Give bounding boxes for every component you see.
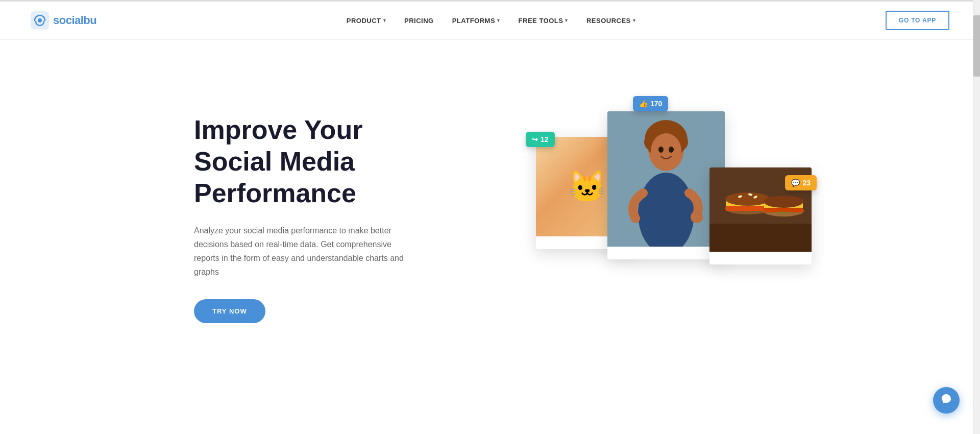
resources-chevron-icon: ▾ (633, 18, 636, 23)
nav-pricing[interactable]: PRICING (404, 17, 434, 25)
photo-card-person (607, 111, 725, 259)
go-to-app-button[interactable]: GO TO APP (886, 11, 949, 30)
hero-content: Improve Your Social Media Performance An… (194, 114, 459, 324)
share-badge: ↪ 12 (526, 132, 555, 147)
svg-rect-15 (709, 224, 812, 252)
chat-button[interactable] (933, 387, 960, 414)
nav-platforms[interactable]: PLATFORMS ▾ (452, 17, 500, 25)
nav-free-tools[interactable]: FREE TOOLS ▾ (519, 17, 568, 25)
svg-point-13 (669, 147, 674, 153)
share-count: 12 (541, 135, 549, 143)
svg-point-20 (725, 192, 770, 206)
svg-point-9 (651, 133, 681, 169)
try-now-button[interactable]: TRY NOW (194, 299, 265, 323)
svg-point-11 (691, 211, 703, 223)
hero-section: Improve Your Social Media Performance An… (133, 40, 847, 397)
like-badge: 👍 170 (633, 96, 668, 111)
comment-icon: 💬 (791, 179, 800, 187)
socialbu-logo-icon (31, 11, 49, 30)
svg-point-1 (38, 18, 42, 22)
hero-images: 👍 170 ↪ 12 💬 23 🐱 (521, 96, 817, 341)
main-nav: PRODUCT ▾ PRICING PLATFORMS ▾ FREE TOOLS… (347, 17, 636, 25)
like-count: 170 (650, 100, 662, 108)
hero-title: Improve Your Social Media Performance (194, 114, 459, 209)
share-icon: ↪ (532, 135, 538, 143)
hero-description: Analyze your social media performance to… (194, 224, 419, 279)
header: socialbu PRODUCT ▾ PRICING PLATFORMS ▾ F… (0, 2, 980, 40)
nav-product[interactable]: PRODUCT ▾ (347, 17, 386, 25)
platforms-chevron-icon: ▾ (497, 18, 500, 23)
comment-badge: 💬 23 (785, 175, 817, 190)
svg-point-25 (764, 196, 803, 208)
chat-icon (940, 393, 952, 408)
scrollbar[interactable] (973, 0, 980, 434)
logo-text: socialbu (53, 14, 96, 27)
nav-resources[interactable]: RESOURCES ▾ (586, 17, 635, 25)
scrollbar-thumb[interactable] (973, 15, 980, 77)
free-tools-chevron-icon: ▾ (565, 18, 568, 23)
logo-area[interactable]: socialbu (31, 11, 96, 30)
person-image (607, 111, 725, 247)
comment-count: 23 (802, 179, 811, 187)
svg-point-12 (658, 147, 664, 153)
like-icon: 👍 (639, 100, 648, 108)
product-chevron-icon: ▾ (383, 18, 386, 23)
top-border (0, 0, 980, 2)
